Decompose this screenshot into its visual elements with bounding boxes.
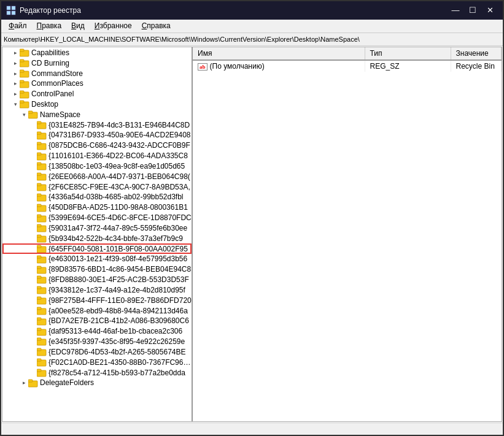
- tree-item-g12[interactable]: {5b934b42-522b-4c34-bbfe-37a3ef7b9c9: [2, 233, 192, 243]
- folder-icon-g22: [37, 337, 48, 346]
- folder-icon-g24: [37, 358, 48, 367]
- menu-edit[interactable]: Правка: [32, 20, 67, 31]
- close-button[interactable]: ✕: [482, 4, 498, 17]
- tree-item-controlpanel[interactable]: ▸ ControlPanel: [2, 89, 192, 99]
- tree-item-g8[interactable]: {4336a54d-038b-4685-ab02-99bb52d3fbl: [2, 192, 192, 202]
- expand-icon-namespace[interactable]: ▾: [20, 110, 28, 119]
- tree-item-g21[interactable]: {daf95313-e44d-46af-be1b-cbacea2c306: [2, 326, 192, 337]
- tree-item-commonplaces[interactable]: ▸ CommonPlaces: [2, 78, 192, 89]
- minimize-button[interactable]: —: [448, 4, 463, 17]
- expand-icon-g11[interactable]: [28, 224, 37, 232]
- tree-label-capabilities: Capabilities: [31, 48, 69, 57]
- tree-item-g9[interactable]: {450D8FBA-AD25-11D0-98A8-0800361B1: [2, 202, 192, 213]
- expand-icon-g12[interactable]: [28, 234, 37, 243]
- detail-pane[interactable]: Имя Тип Значение ab(По умолчанию)REG_SZR…: [193, 47, 502, 421]
- expand-icon-g19[interactable]: [28, 307, 37, 315]
- tree-item-g15[interactable]: {89D83576-6BD1-4c86-9454-BEB04E94C8: [2, 264, 192, 275]
- tree-item-g14[interactable]: {e4630013-1e21-4f39-s08f-4e57995d3b56: [2, 254, 192, 264]
- tree-item-g5[interactable]: {138508bc-1e03-49ea-9c8f-ea9e1d05d65: [2, 161, 192, 172]
- expand-icon-g4[interactable]: [28, 151, 37, 160]
- tree-item-cdburning[interactable]: ▸ CD Burning: [2, 58, 192, 68]
- tree-item-capabilities[interactable]: ▸ Capabilities: [2, 47, 192, 58]
- folder-icon-controlpanel: [20, 90, 31, 99]
- folder-icon-g13: [37, 244, 48, 253]
- expand-icon-g9[interactable]: [28, 203, 37, 212]
- tree-item-g7[interactable]: {2F6CE85C-F9EE-43CA-90C7-8A9BD53A,: [2, 182, 192, 192]
- tree-item-g6[interactable]: {26EE0668-A00A-44D7-9371-BEB064C98(: [2, 171, 192, 182]
- tree-item-g16[interactable]: {8FD8B880-30E1-4F25-AC2B-553D3D53F: [2, 275, 192, 285]
- tree-item-g13[interactable]: {645FF040-5081-101B-9F08-00AA002F95: [2, 243, 192, 254]
- tree-item-delegatefolders[interactable]: ▸ DelegateFolders: [2, 378, 192, 388]
- svg-rect-53: [37, 297, 41, 299]
- tree-label-g8: {4336a54d-038b-4685-ab02-99bb52d3fbl: [48, 193, 184, 201]
- expand-icon-g20[interactable]: [28, 316, 37, 325]
- tree-item-g17[interactable]: {9343812e-1c37-4a49-a12e-4b2d810d95f: [2, 285, 192, 295]
- expand-icon-commonplaces[interactable]: ▸: [11, 79, 20, 88]
- expand-icon-g2[interactable]: [28, 131, 37, 139]
- expand-icon-g13[interactable]: [28, 245, 37, 253]
- col-type[interactable]: Тип: [365, 47, 451, 60]
- table-row[interactable]: ab(По умолчанию)REG_SZRecycle Bin: [193, 60, 502, 72]
- expand-icon-desktop[interactable]: ▾: [11, 100, 20, 109]
- tree-item-g11[interactable]: {59031a47-3f72-44a7-89c5-5595fe6b30ee: [2, 223, 192, 234]
- tree-item-g24[interactable]: {F02C1A0D-BE21-4350-88B0-7367FC96EF: [2, 357, 192, 367]
- expand-icon-g16[interactable]: [28, 275, 37, 284]
- menu-view[interactable]: Вид: [66, 20, 90, 31]
- tree-item-g3[interactable]: {0875DCB6-C686-4243-9432-ADCCF0B9F: [2, 140, 192, 151]
- tree-item-g19[interactable]: {a00ee528-ebd9-48b8-944a-8942113d46a: [2, 305, 192, 316]
- expand-icon-g1[interactable]: [28, 121, 37, 129]
- tree-item-g2[interactable]: {04731B67-D933-450a-90E6-4ACD2E9408: [2, 130, 192, 140]
- expand-icon-g6[interactable]: [28, 172, 37, 181]
- expand-icon-g5[interactable]: [28, 162, 37, 170]
- tree-pane[interactable]: ▸ Capabilities▸ CD Burning▸ CommandStore…: [2, 47, 193, 421]
- tree-item-commandstore[interactable]: ▸ CommandStore: [2, 68, 192, 78]
- menu-help[interactable]: Справка: [137, 20, 176, 31]
- tree-label-g15: {89D83576-6BD1-4c86-9454-BEB04E94C8: [48, 265, 191, 273]
- expand-icon-g3[interactable]: [28, 141, 37, 150]
- expand-icon-g18[interactable]: [28, 296, 37, 305]
- tree-item-namespace[interactable]: ▾ NameSpace: [2, 109, 192, 120]
- expand-icon-g24[interactable]: [28, 358, 37, 367]
- tree-label-g13: {645FF040-5081-101B-9F08-00AA002F95: [48, 245, 188, 253]
- tree-label-g6: {26EE0668-A00A-44D7-9371-BEB064C98(: [48, 172, 190, 181]
- table-header-row: Имя Тип Значение: [193, 47, 502, 60]
- expand-icon-g8[interactable]: [28, 193, 37, 201]
- tree-label-g19: {a00ee528-ebd9-48b8-944a-8942113d46a: [48, 307, 188, 315]
- folder-icon-g1: [37, 120, 48, 129]
- menu-file[interactable]: ФФайлайл: [4, 20, 32, 31]
- tree-item-g20[interactable]: {BD7A2E7B-21CB-41b2-A086-B309680C6: [2, 316, 192, 326]
- tree-item-desktop[interactable]: ▾ Desktop: [2, 99, 192, 110]
- expand-icon-g10[interactable]: [28, 213, 37, 222]
- tree-item-g25[interactable]: {f8278c54-a712-415b-b593-b77a2be0dda: [2, 367, 192, 378]
- tree-item-g18[interactable]: {98F275B4-4FFF-11E0-89E2-7B86DFD720: [2, 295, 192, 305]
- expand-icon-g14[interactable]: [28, 254, 37, 263]
- tree-label-g14: {e4630013-1e21-4f39-s08f-4e57995d3b56: [48, 254, 187, 263]
- col-value[interactable]: Значение: [451, 47, 502, 60]
- expand-icon-g15[interactable]: [28, 265, 37, 273]
- svg-rect-0: [7, 6, 10, 10]
- tree-label-controlpanel: ControlPanel: [31, 90, 74, 98]
- expand-icon-g7[interactable]: [28, 183, 37, 191]
- expand-icon-controlpanel[interactable]: ▸: [11, 90, 20, 98]
- expand-icon-g23[interactable]: [28, 348, 37, 356]
- folder-icon-cdburning: [20, 58, 31, 67]
- cell-type: REG_SZ: [365, 60, 451, 72]
- tree-item-g10[interactable]: {5399E694-6CE5-4D6C-8FCE-1D8870FDC: [2, 213, 192, 223]
- expand-icon-g22[interactable]: [28, 337, 37, 346]
- tree-item-g22[interactable]: {e345f35f-9397-435c-8f95-4e922c26259e: [2, 337, 192, 347]
- expand-icon-delegatefolders[interactable]: ▸: [20, 378, 28, 387]
- folder-icon-delegatefolders: [28, 378, 40, 388]
- expand-icon-g21[interactable]: [28, 327, 37, 335]
- tree-label-cdburning: CD Burning: [31, 59, 69, 67]
- menu-favorites[interactable]: Избранное: [90, 20, 137, 31]
- tree-item-g4[interactable]: {11016101-E366-4D22-BC06-4ADA335C8: [2, 151, 192, 161]
- expand-icon-commandstore[interactable]: ▸: [11, 69, 20, 78]
- expand-icon-cdburning[interactable]: ▸: [11, 59, 20, 67]
- tree-item-g1[interactable]: {031E4825-7B94-4dc3-B131-E946B44C8D: [2, 120, 192, 130]
- col-name[interactable]: Имя: [193, 47, 365, 60]
- expand-icon-capabilities[interactable]: ▸: [11, 48, 20, 57]
- expand-icon-g17[interactable]: [28, 286, 37, 294]
- expand-icon-g25[interactable]: [28, 369, 37, 377]
- maximize-button[interactable]: ☐: [465, 4, 481, 17]
- tree-item-g23[interactable]: {EDC978D6-4D53-4b2f-A265-5805674BE: [2, 346, 192, 357]
